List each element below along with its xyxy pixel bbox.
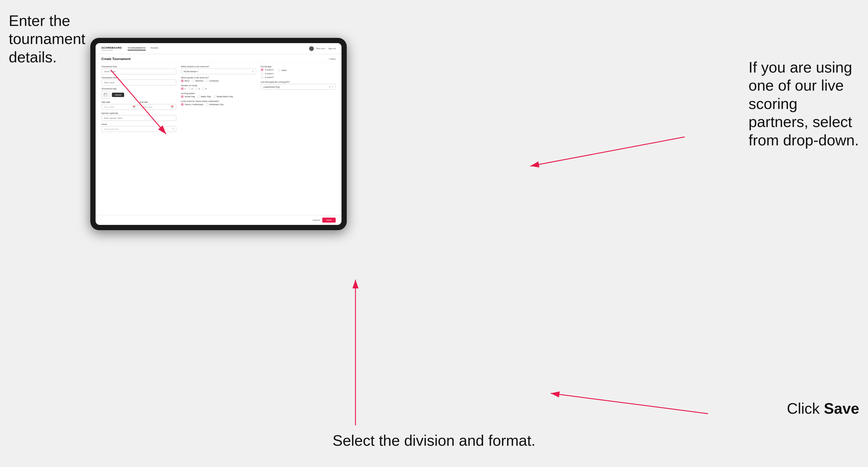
svg-line-6 [551,393,708,414]
gender-womens-radio[interactable] [192,80,194,82]
annotation-live-scoring: If you are using one of our live scoring… [748,58,859,149]
live-scoring-label: Use third-party live scoring API? [261,81,336,83]
rounds-1[interactable]: 1 [181,87,186,90]
rounds-1-radio[interactable] [181,87,184,90]
gender-mens-radio[interactable] [181,80,184,82]
form-footer: Cancel Save [96,215,341,225]
format-other-label: Other [281,69,287,71]
date-row: Start date Pick a date 📅 End date Pick a… [101,101,176,110]
brand: SCOREBOARD Powered by clippi [101,46,122,51]
tournament-logo-group: Tournament logo Upload [101,88,176,99]
rounds-radio-group: 1 2 3 4 [181,87,256,90]
save-button[interactable]: Save [322,218,336,223]
live-scoring-select[interactable]: Leaderboard King ✕ ▾ [261,84,336,90]
scoring-medal[interactable]: Medal Match Play [213,95,233,98]
form-col-1: Tournament Host Tournament name Tourname… [101,66,176,212]
gender-combined[interactable]: Combined [206,80,219,82]
user-avatar [309,46,314,51]
tournament-name-group: Tournament name [101,76,176,85]
back-button[interactable]: Back [329,58,336,60]
venue-select[interactable]: Search golf club ▾ [101,126,176,132]
scoring-medal-radio[interactable] [213,95,216,98]
individuals-only-radio[interactable] [206,103,208,106]
format-6count4-label: 6 count 4 [265,72,274,74]
venue-dropdown-icon: ▾ [173,128,174,130]
rounds-3-radio[interactable] [195,87,197,90]
annotation-click-save: Click Save [787,399,859,417]
format-other-radio[interactable] [278,69,281,72]
scoring-medal-label: Medal Match Play [217,96,233,98]
teams-plus-individuals[interactable]: Teams (+Individuals) [181,103,203,106]
user-name: Test User | [316,48,326,50]
scoring-match-radio[interactable] [197,95,200,98]
format-6count5[interactable]: 6 count 5 [261,76,274,79]
format-6count4[interactable]: 6 count 4 [261,72,274,75]
rounds-2-radio[interactable] [188,87,191,90]
format-5count4-radio[interactable] [261,68,264,71]
gender-combined-radio[interactable] [206,80,208,82]
nav-tournaments[interactable]: TOURNAMENTS [128,46,146,51]
end-date-group: End date Pick a date 📅 [140,101,177,110]
teams-plus-radio[interactable] [181,103,184,106]
rounds-3[interactable]: 3 [195,87,199,90]
sponsor-input[interactable] [101,115,176,121]
format-5count4[interactable]: 5 count 4 [261,68,274,71]
gender-label: Which gender is the event for? [181,76,256,79]
start-date-input[interactable]: Pick a date 📅 [101,104,138,110]
tournament-host-group: Tournament Host [101,66,176,74]
rounds-2[interactable]: 2 [188,87,193,90]
division-select[interactable]: NCAA Division I ▾ [181,68,256,74]
end-date-label: End date [140,101,177,103]
teams-radio-group: Teams (+Individuals) Individuals Only [181,103,256,106]
nav-teams[interactable]: TEAMS [150,46,158,51]
form-col-2: Which division is the event for? NCAA Di… [181,66,256,212]
sponsor-label: Sponsor (optional) [101,112,176,114]
cancel-button[interactable]: Cancel [313,219,320,221]
sponsor-group: Sponsor (optional) [101,112,176,121]
teams-plus-label: Teams (+Individuals) [184,103,203,105]
format-label: Format type [261,66,336,68]
teams-group: Is this event for Teams and/or Individua… [181,100,256,106]
svg-point-1 [104,95,105,95]
live-scoring-dropdown-icon: ▾ [332,86,333,88]
rounds-4-label: 4 [206,88,207,90]
end-date-input[interactable]: Pick a date 📅 [140,104,177,110]
division-dropdown-icon: ▾ [252,70,253,72]
rounds-4[interactable]: 4 [202,87,207,90]
scoring-stroke-label: Stroke Play [184,96,195,98]
scoring-stroke-radio[interactable] [181,95,184,98]
tablet-screen: SCOREBOARD Powered by clippi TOURNAMENTS… [96,43,341,225]
rounds-label: Number of rounds [181,85,256,87]
calendar-icon-start: 📅 [132,106,135,108]
format-6count4-radio[interactable] [261,72,264,75]
page-title: Create Tournament [101,57,130,61]
svg-line-4 [530,137,685,166]
teams-label: Is this event for Teams and/or Individua… [181,100,256,102]
format-5count4-label: 5 count 4 [265,69,274,71]
rounds-2-label: 2 [191,88,193,90]
scoring-stroke[interactable]: Stroke Play [181,95,195,98]
division-group: Which division is the event for? NCAA Di… [181,66,256,74]
upload-button[interactable]: Upload [112,93,124,97]
page-header: Create Tournament Back [96,54,341,63]
gender-womens[interactable]: Womens [192,80,204,82]
tournament-host-input[interactable] [101,68,176,74]
start-date-label: Start date [101,101,138,103]
tournament-name-label: Tournament name [101,76,176,79]
annotation-select-division: Select the division and format. [333,432,535,449]
rounds-4-radio[interactable] [202,87,205,90]
tournament-name-input[interactable] [101,80,176,85]
logo-upload-area: Upload [101,91,176,99]
clear-live-scoring-icon[interactable]: ✕ [329,86,331,88]
individuals-only[interactable]: Individuals Only [206,103,223,106]
rounds-1-label: 1 [184,88,186,90]
format-6count5-radio[interactable] [261,76,264,79]
format-other[interactable]: Other [278,69,287,72]
gender-group: Which gender is the event for? Mens Wome… [181,76,256,82]
sign-out-link[interactable]: Sign out [328,48,336,50]
live-scoring-group: Use third-party live scoring API? Leader… [261,81,336,90]
gender-mens[interactable]: Mens [181,80,189,82]
live-scoring-value: Leaderboard King [264,86,280,88]
format-options: 5 count 4 6 count 4 6 count 5 [261,68,274,79]
scoring-match[interactable]: Match Play [197,95,211,98]
